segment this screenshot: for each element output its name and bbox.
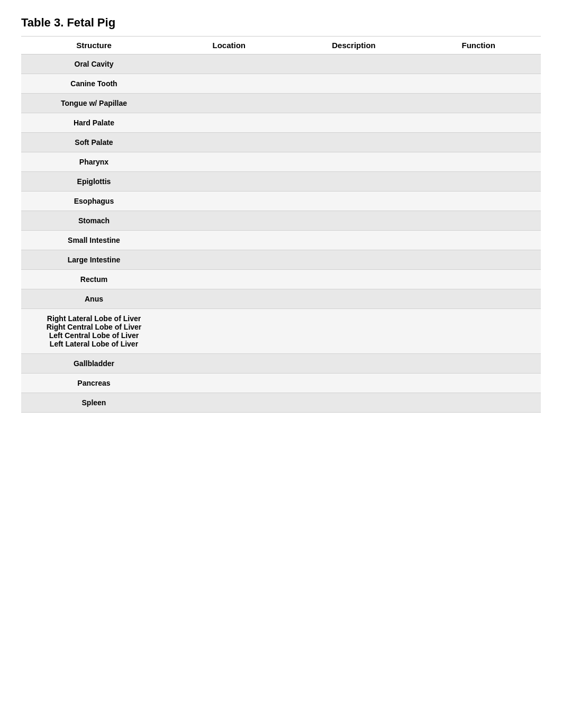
- table-row: Stomach: [21, 211, 541, 231]
- function-cell: [416, 211, 541, 231]
- structure-cell: Stomach: [21, 211, 167, 231]
- table-row: Rectum: [21, 270, 541, 289]
- structure-cell: Canine Tooth: [21, 74, 167, 94]
- location-cell: [167, 113, 292, 133]
- function-cell: [416, 231, 541, 250]
- structure-cell: Oral Cavity: [21, 54, 167, 74]
- function-cell: [416, 393, 541, 413]
- location-cell: [167, 289, 292, 309]
- table-row: Anus: [21, 289, 541, 309]
- description-cell: [292, 192, 416, 211]
- location-cell: [167, 211, 292, 231]
- description-cell: [292, 133, 416, 152]
- description-cell: [292, 270, 416, 289]
- table-row: Tongue w/ Papillae: [21, 94, 541, 113]
- structure-cell: Spleen: [21, 393, 167, 413]
- description-cell: [292, 374, 416, 393]
- table-row: Right Lateral Lobe of LiverRight Central…: [21, 309, 541, 354]
- description-cell: [292, 74, 416, 94]
- table-row: Esophagus: [21, 192, 541, 211]
- location-cell: [167, 172, 292, 192]
- description-cell: [292, 393, 416, 413]
- table-header-row: Structure Location Description Function: [21, 37, 541, 54]
- function-cell: [416, 309, 541, 354]
- table-row: Soft Palate: [21, 133, 541, 152]
- structure-cell: Epiglottis: [21, 172, 167, 192]
- description-cell: [292, 211, 416, 231]
- table-row: Canine Tooth: [21, 74, 541, 94]
- structure-cell: Right Lateral Lobe of LiverRight Central…: [21, 309, 167, 354]
- location-cell: [167, 250, 292, 270]
- location-cell: [167, 54, 292, 74]
- structure-cell: Pharynx: [21, 152, 167, 172]
- function-cell: [416, 113, 541, 133]
- location-cell: [167, 270, 292, 289]
- function-cell: [416, 74, 541, 94]
- structure-cell: Large Intestine: [21, 250, 167, 270]
- description-cell: [292, 231, 416, 250]
- description-cell: [292, 172, 416, 192]
- structure-cell: Rectum: [21, 270, 167, 289]
- table-row: Spleen: [21, 393, 541, 413]
- table-row: Epiglottis: [21, 172, 541, 192]
- function-cell: [416, 54, 541, 74]
- location-cell: [167, 309, 292, 354]
- structure-cell: Pancreas: [21, 374, 167, 393]
- description-cell: [292, 54, 416, 74]
- column-header-location: Location: [167, 37, 292, 54]
- location-cell: [167, 393, 292, 413]
- location-cell: [167, 374, 292, 393]
- fetal-pig-table: Structure Location Description Function …: [21, 36, 541, 413]
- location-cell: [167, 152, 292, 172]
- column-header-description: Description: [292, 37, 416, 54]
- structure-cell: Anus: [21, 289, 167, 309]
- table-row: Hard Palate: [21, 113, 541, 133]
- function-cell: [416, 289, 541, 309]
- structure-cell: Gallbladder: [21, 354, 167, 374]
- table-row: Large Intestine: [21, 250, 541, 270]
- function-cell: [416, 152, 541, 172]
- location-cell: [167, 133, 292, 152]
- function-cell: [416, 250, 541, 270]
- function-cell: [416, 172, 541, 192]
- function-cell: [416, 354, 541, 374]
- table-row: Small Intestine: [21, 231, 541, 250]
- description-cell: [292, 354, 416, 374]
- table-title: Table 3. Fetal Pig: [21, 16, 541, 30]
- location-cell: [167, 354, 292, 374]
- location-cell: [167, 74, 292, 94]
- location-cell: [167, 192, 292, 211]
- description-cell: [292, 309, 416, 354]
- description-cell: [292, 152, 416, 172]
- function-cell: [416, 374, 541, 393]
- table-row: Pharynx: [21, 152, 541, 172]
- structure-cell: Tongue w/ Papillae: [21, 94, 167, 113]
- function-cell: [416, 270, 541, 289]
- function-cell: [416, 133, 541, 152]
- location-cell: [167, 231, 292, 250]
- structure-cell: Esophagus: [21, 192, 167, 211]
- structure-cell: Hard Palate: [21, 113, 167, 133]
- description-cell: [292, 289, 416, 309]
- table-row: Gallbladder: [21, 354, 541, 374]
- function-cell: [416, 94, 541, 113]
- column-header-structure: Structure: [21, 37, 167, 54]
- structure-cell: Small Intestine: [21, 231, 167, 250]
- description-cell: [292, 250, 416, 270]
- column-header-function: Function: [416, 37, 541, 54]
- location-cell: [167, 94, 292, 113]
- function-cell: [416, 192, 541, 211]
- table-row: Pancreas: [21, 374, 541, 393]
- structure-cell: Soft Palate: [21, 133, 167, 152]
- table-row: Oral Cavity: [21, 54, 541, 74]
- description-cell: [292, 94, 416, 113]
- description-cell: [292, 113, 416, 133]
